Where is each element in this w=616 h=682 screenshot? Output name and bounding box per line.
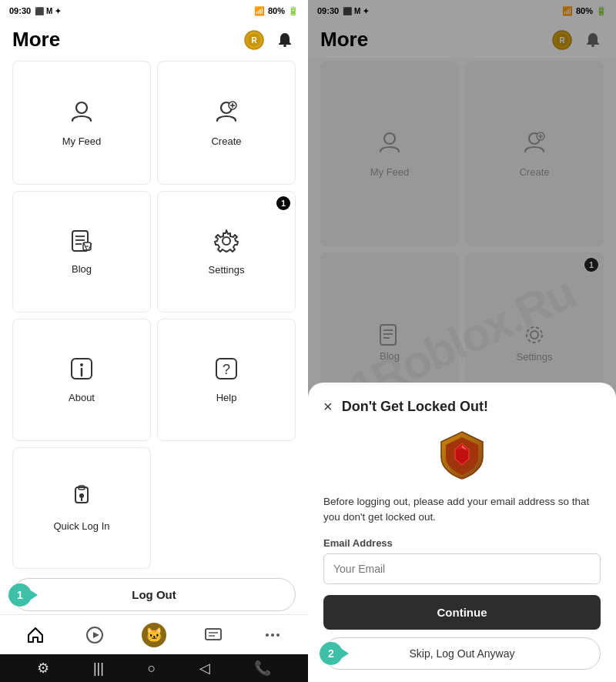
- help-icon: ?: [213, 356, 239, 387]
- signal-icon: 📶: [254, 6, 265, 16]
- nav-more[interactable]: [257, 620, 288, 650]
- svg-point-17: [80, 363, 83, 366]
- skip-logout-button[interactable]: 2 Skip, Log Out Anyway: [323, 637, 601, 670]
- menu-cell-help[interactable]: ? Help: [157, 319, 296, 441]
- menu-cell-my-feed[interactable]: My Feed: [12, 61, 151, 185]
- svg-point-30: [266, 634, 269, 637]
- logout-row: 1 Log Out: [0, 572, 308, 614]
- blog-label: Blog: [72, 263, 92, 275]
- menu-grid: My Feed Create: [0, 58, 308, 572]
- my-feed-icon: [68, 98, 95, 131]
- svg-point-31: [271, 634, 274, 637]
- settings-label: Settings: [209, 264, 245, 276]
- nav-home[interactable]: [20, 620, 51, 650]
- skip-logout-label: Skip, Log Out Anyway: [410, 647, 515, 660]
- modal-title: Don't Get Locked Out!: [342, 399, 488, 415]
- status-time: 09:30 ⬛ M ✦: [9, 6, 61, 15]
- logout-button[interactable]: 1 Log Out: [12, 578, 296, 611]
- email-input[interactable]: [323, 553, 601, 584]
- svg-point-32: [276, 634, 280, 637]
- modal-shield: [323, 428, 601, 482]
- continue-button[interactable]: Continue: [323, 595, 601, 630]
- time-display: 09:30: [9, 6, 31, 15]
- create-label: Create: [211, 135, 241, 147]
- settings-badge: 1: [276, 196, 290, 210]
- menu-cell-settings[interactable]: 1 Settings: [157, 191, 296, 313]
- svg-text:R: R: [251, 36, 257, 45]
- settings-icon: [213, 228, 239, 259]
- email-label: Email Address: [323, 537, 601, 549]
- sys-settings-icon[interactable]: ⚙: [37, 660, 49, 677]
- status-bar-left: 09:30 ⬛ M ✦ 📶 80% 🔋: [0, 0, 308, 22]
- modal-header: × Don't Get Locked Out!: [323, 398, 601, 416]
- battery-display: 80%: [268, 6, 285, 15]
- menu-cell-create[interactable]: Create: [157, 61, 296, 185]
- shield-icon: [435, 428, 489, 482]
- step-badge-2: 2: [320, 642, 343, 665]
- modal-description: Before logging out, please add your emai…: [323, 494, 601, 526]
- quick-login-label: Quick Log In: [54, 520, 110, 532]
- avatar-icon: 🐱: [142, 623, 166, 647]
- menu-cell-blog[interactable]: Blog: [12, 191, 151, 313]
- logout-label: Log Out: [132, 588, 176, 601]
- svg-rect-3: [283, 45, 286, 47]
- page-title: More: [12, 28, 60, 52]
- sys-back-icon[interactable]: |||: [93, 660, 104, 677]
- menu-cell-quick-login[interactable]: Quick Log In: [12, 447, 151, 570]
- status-right: 📶 80% 🔋: [254, 6, 299, 16]
- bottom-nav: 🐱: [0, 614, 308, 654]
- about-icon: [69, 356, 95, 387]
- blog-icon: [69, 229, 94, 259]
- create-icon: [213, 98, 240, 131]
- app-header: More R: [0, 22, 308, 58]
- nav-play[interactable]: [79, 620, 110, 650]
- help-label: Help: [216, 392, 237, 403]
- system-nav-left: ⚙ ||| ○ ◁ 📞: [0, 654, 308, 682]
- svg-text:?: ?: [223, 362, 230, 377]
- right-phone-panel: 09:30 ⬛ M ✦ 📶 80% 🔋 More R: [308, 0, 616, 682]
- svg-marker-26: [93, 632, 99, 638]
- sys-home-icon[interactable]: ○: [148, 660, 156, 677]
- modal-close-button[interactable]: ×: [323, 398, 333, 416]
- locked-out-modal: × Don't Get Locked Out! Before l: [308, 383, 616, 683]
- coin-icon[interactable]: R: [243, 29, 265, 51]
- about-label: About: [69, 392, 95, 403]
- menu-cell-about[interactable]: About: [12, 319, 151, 441]
- left-phone-panel: 09:30 ⬛ M ✦ 📶 80% 🔋 More R: [0, 0, 308, 682]
- nav-avatar[interactable]: 🐱: [139, 620, 169, 650]
- header-icons: R: [243, 29, 296, 51]
- step-badge-1: 1: [8, 583, 32, 607]
- bell-icon[interactable]: [274, 29, 296, 51]
- my-feed-label: My Feed: [62, 135, 102, 147]
- quick-login-icon: [69, 484, 95, 516]
- nav-chat[interactable]: [198, 620, 229, 650]
- svg-point-15: [223, 237, 230, 245]
- status-icons: ⬛ M ✦: [35, 7, 61, 15]
- svg-point-4: [76, 102, 87, 113]
- battery-icon: 🔋: [288, 6, 299, 16]
- sys-recents-icon[interactable]: ◁: [199, 660, 210, 677]
- svg-rect-27: [206, 629, 221, 640]
- sys-phone-icon[interactable]: 📞: [254, 660, 271, 677]
- svg-point-23: [79, 493, 84, 498]
